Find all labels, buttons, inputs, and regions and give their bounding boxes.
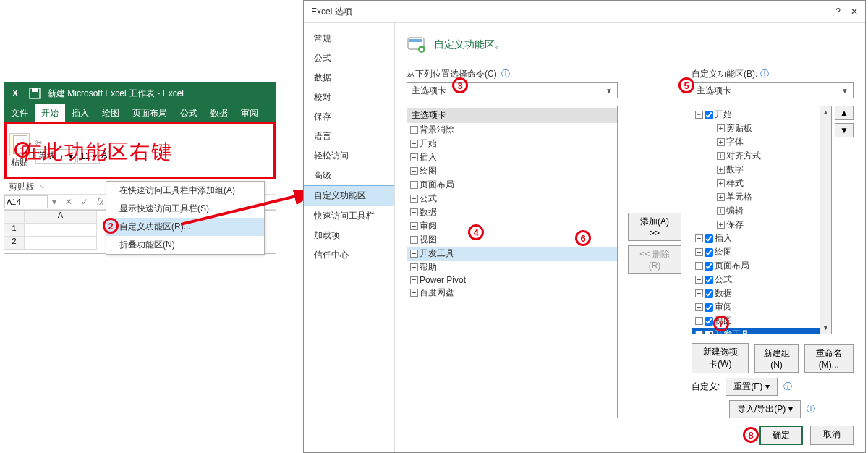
tree-item[interactable]: 公式 — [420, 192, 437, 205]
font-name-combo[interactable]: 等线▾ — [35, 149, 76, 164]
save-icon[interactable] — [29, 88, 41, 99]
expand-icon[interactable]: + — [717, 207, 725, 215]
expand-icon[interactable]: + — [717, 179, 725, 187]
checkbox[interactable] — [705, 317, 713, 326]
reset-button[interactable]: 重置(E) ▾ — [726, 378, 777, 396]
checkbox[interactable] — [705, 262, 713, 271]
tree-item[interactable]: 审阅 — [715, 301, 732, 313]
expand-icon[interactable]: + — [410, 289, 418, 297]
tree-item[interactable]: 插入 — [715, 232, 732, 245]
tab-insert[interactable]: 插入 — [65, 104, 95, 122]
expand-icon[interactable]: + — [695, 303, 703, 311]
row-header-2[interactable]: 2 — [4, 237, 25, 250]
tree-item[interactable]: 对齐方式 — [726, 150, 761, 162]
collapse-icon[interactable]: − — [695, 111, 703, 119]
increase-font-icon[interactable]: A^ — [101, 149, 110, 164]
sidebar-save[interactable]: 保存 — [304, 107, 394, 127]
add-button[interactable]: 添加(A) >> — [628, 213, 681, 241]
ribbon-tree[interactable]: −开始 +剪贴板 +字体 +对齐方式 +数字 +样式 +单元格 +编辑 +保存 … — [692, 106, 832, 334]
expand-icon[interactable]: + — [410, 250, 418, 258]
expand-icon[interactable]: + — [410, 167, 418, 175]
menuitem-show-qat[interactable]: 显示快速访问工具栏(S) — [106, 200, 264, 218]
sidebar-addins[interactable]: 加载项 — [304, 226, 394, 245]
expand-icon[interactable]: + — [410, 140, 418, 148]
ribbon-area[interactable]: 粘贴 ✂ 等线▾ 11▾ A^ 在此功能区右键 — [4, 122, 276, 179]
expand-icon[interactable]: + — [717, 193, 725, 201]
tree-item[interactable]: 剪贴板 — [726, 122, 752, 135]
expand-icon[interactable]: + — [410, 181, 418, 189]
tree-item[interactable]: 帮助 — [420, 261, 437, 274]
tree-item[interactable]: 页面布局 — [715, 260, 749, 272]
tab-pagelayout[interactable]: 页面布局 — [126, 104, 174, 122]
tree-item[interactable]: 百度网盘 — [420, 287, 454, 299]
expand-icon[interactable]: + — [695, 317, 703, 325]
tree-item[interactable]: 数据 — [715, 287, 732, 300]
expand-icon[interactable]: + — [410, 263, 418, 271]
expand-icon[interactable]: + — [695, 234, 703, 242]
expand-icon[interactable]: + — [695, 248, 703, 256]
tab-review[interactable]: 审阅 — [234, 104, 265, 122]
checkbox[interactable] — [705, 303, 713, 312]
tree-item[interactable]: 保存 — [726, 219, 744, 231]
tree-item[interactable]: 样式 — [726, 177, 744, 190]
expand-icon[interactable]: + — [410, 208, 418, 216]
info-icon[interactable]: ⓘ — [501, 69, 510, 79]
tree-item-developer[interactable]: 开发工具 — [715, 329, 749, 334]
expand-icon[interactable]: + — [717, 138, 725, 146]
commands-tree[interactable]: 主选项卡 +背景消除 +开始 +插入 +绘图 +页面布局 +公式 +数据 +审阅… — [407, 106, 618, 418]
expand-icon[interactable]: + — [695, 289, 703, 297]
menuitem-collapse-ribbon[interactable]: 折叠功能区(N) — [106, 236, 264, 254]
checkbox[interactable] — [705, 276, 713, 284]
tree-item[interactable]: 字体 — [726, 136, 744, 148]
sidebar-advanced[interactable]: 高级 — [304, 166, 394, 185]
tab-formulas[interactable]: 公式 — [174, 104, 204, 122]
cancel-icon[interactable]: ✕ — [61, 197, 77, 207]
sidebar-data[interactable]: 数据 — [304, 68, 394, 88]
enter-icon[interactable]: ✓ — [77, 197, 93, 207]
sidebar-trustcenter[interactable]: 信任中心 — [304, 245, 394, 265]
expand-icon[interactable]: + — [410, 153, 418, 161]
tree-item[interactable]: 视图 — [715, 315, 732, 327]
tab-file[interactable]: 文件 — [4, 104, 35, 122]
tree-item[interactable]: 数据 — [420, 206, 437, 219]
ribbon-scope-combo[interactable]: 主选项卡▼ — [692, 82, 854, 98]
sidebar-easeofaccess[interactable]: 轻松访问 — [304, 146, 394, 166]
expand-icon[interactable]: + — [717, 221, 725, 229]
font-size-combo[interactable]: 11▾ — [77, 149, 100, 164]
tree-item[interactable]: 开始 — [420, 137, 437, 150]
info-icon[interactable]: ⓘ — [783, 381, 792, 393]
sidebar-customize-ribbon[interactable]: 自定义功能区 — [304, 185, 394, 206]
rename-button[interactable]: 重命名(M)... — [804, 344, 854, 373]
tree-item[interactable]: 编辑 — [726, 205, 744, 217]
tree-item-home[interactable]: 开始 — [715, 109, 732, 121]
cut-icon[interactable]: ✂ — [35, 138, 42, 148]
expand-icon[interactable]: + — [695, 262, 703, 270]
sidebar-language[interactable]: 语言 — [304, 127, 394, 146]
menuitem-add-to-qat[interactable]: 在快速访问工具栏中添加组(A) — [106, 182, 264, 200]
choose-commands-combo[interactable]: 主选项卡▼ — [407, 82, 618, 98]
tree-item[interactable]: 背景消除 — [420, 124, 454, 136]
close-button[interactable]: ✕ — [851, 7, 858, 17]
tree-item[interactable]: Power Pivot — [420, 275, 466, 285]
new-tab-button[interactable]: 新建选项卡(W) — [692, 343, 749, 373]
name-box[interactable] — [4, 195, 48, 208]
info-icon[interactable]: ⓘ — [760, 69, 769, 79]
help-button[interactable]: ? — [835, 7, 841, 17]
col-header-a[interactable]: A — [25, 211, 97, 224]
sidebar-proofing[interactable]: 校对 — [304, 88, 394, 107]
expand-icon[interactable]: + — [410, 236, 418, 244]
tree-item[interactable]: 公式 — [715, 274, 732, 286]
menuitem-customize-ribbon[interactable]: 自定义功能区(R)... — [106, 218, 264, 236]
expand-icon[interactable]: + — [695, 331, 703, 334]
tree-item[interactable]: 页面布局 — [420, 179, 454, 191]
tab-home[interactable]: 开始 — [35, 104, 65, 122]
move-down-button[interactable]: ▼ — [835, 123, 854, 137]
tree-item[interactable]: 插入 — [420, 151, 437, 164]
tree-item[interactable]: 视图 — [420, 234, 437, 246]
expand-icon[interactable]: + — [717, 124, 725, 132]
checkbox[interactable] — [705, 234, 713, 243]
tree-item[interactable]: 数字 — [726, 164, 744, 176]
row-header-1[interactable]: 1 — [4, 224, 25, 237]
expand-icon[interactable]: + — [717, 166, 725, 174]
tree-item[interactable]: 审阅 — [420, 220, 437, 232]
